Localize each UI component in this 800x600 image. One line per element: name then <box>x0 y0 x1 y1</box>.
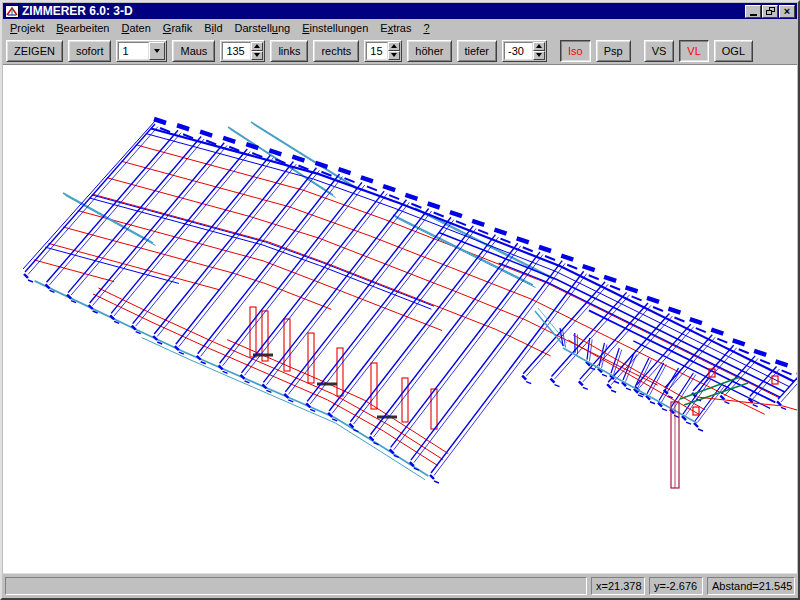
rotation-value: 135 <box>222 42 251 60</box>
menu-bild[interactable]: Bild <box>198 20 228 36</box>
psp-button[interactable]: Psp <box>596 40 631 62</box>
rotation-spinner-down[interactable] <box>251 51 263 60</box>
close-button[interactable]: × <box>779 5 795 18</box>
elevation-spinner-up[interactable] <box>388 42 400 51</box>
window-title: ZIMMERER 6.0: 3-D <box>22 4 745 18</box>
rotation-spinner[interactable]: 135 <box>220 40 265 62</box>
drawing-viewport[interactable] <box>3 65 797 573</box>
hoeher-button[interactable]: höher <box>407 40 451 62</box>
menu-extras[interactable]: Extras <box>374 20 417 36</box>
links-button[interactable]: links <box>270 40 308 62</box>
app-window: ZIMMERER 6.0: 3-D × Projekt Bearbeiten D… <box>0 0 800 600</box>
tilt-value: -30 <box>504 42 533 60</box>
rechts-button[interactable]: rechts <box>313 40 359 62</box>
scale-dropdown[interactable]: 1 <box>116 40 167 62</box>
elevation-spinner-down[interactable] <box>388 51 400 60</box>
titlebar[interactable]: ZIMMERER 6.0: 3-D × <box>3 3 797 19</box>
arrow-up-icon <box>254 44 260 48</box>
scale-value: 1 <box>118 42 149 60</box>
arrow-down-icon <box>391 53 397 57</box>
status-x-coordinate: x=21.378 <box>591 577 645 595</box>
statusbar: x=21.378 y=-2.676 Abstand=21.545 <box>3 573 797 597</box>
status-message-panel <box>5 577 587 595</box>
sofort-button[interactable]: sofort <box>68 40 112 62</box>
elevation-spinner[interactable]: 15 <box>364 40 402 62</box>
zeigen-button[interactable]: ZEIGEN <box>6 40 63 62</box>
menu-help[interactable]: ? <box>417 20 435 36</box>
status-distance: Abstand=21.545 <box>707 577 795 595</box>
menubar: Projekt Bearbeiten Daten Grafik Bild Dar… <box>3 19 797 37</box>
arrow-up-icon <box>536 44 542 48</box>
arrow-down-icon <box>254 53 260 57</box>
vs-button[interactable]: VS <box>644 40 675 62</box>
rotation-spinner-up[interactable] <box>251 42 263 51</box>
status-y-coordinate: y=-2.676 <box>649 577 703 595</box>
roof-wireframe-drawing <box>3 65 797 573</box>
tilt-spinner-up[interactable] <box>533 42 545 51</box>
toolbar: ZEIGEN sofort 1 Maus 135 links rechts 15… <box>3 37 797 65</box>
arrow-up-icon <box>391 44 397 48</box>
menu-daten[interactable]: Daten <box>115 20 156 36</box>
restore-button[interactable] <box>762 5 778 18</box>
tilt-spinner-down[interactable] <box>533 51 545 60</box>
ogl-button[interactable]: OGL <box>714 40 753 62</box>
vl-button[interactable]: VL <box>679 40 708 62</box>
minimize-button[interactable] <box>745 5 761 18</box>
menu-grafik[interactable]: Grafik <box>157 20 198 36</box>
tiefer-button[interactable]: tiefer <box>457 40 497 62</box>
scale-dropdown-button[interactable] <box>149 42 165 60</box>
arrow-down-icon <box>536 53 542 57</box>
menu-einstellungen[interactable]: Einstellungen <box>296 20 374 36</box>
menu-darstellung[interactable]: Darstellung <box>229 20 297 36</box>
iso-button[interactable]: Iso <box>560 40 591 62</box>
tilt-spinner[interactable]: -30 <box>502 40 547 62</box>
menu-projekt[interactable]: Projekt <box>4 20 50 36</box>
elevation-value: 15 <box>366 42 388 60</box>
app-icon <box>5 5 19 18</box>
chevron-down-icon <box>154 49 160 53</box>
maus-button[interactable]: Maus <box>172 40 215 62</box>
menu-bearbeiten[interactable]: Bearbeiten <box>50 20 115 36</box>
